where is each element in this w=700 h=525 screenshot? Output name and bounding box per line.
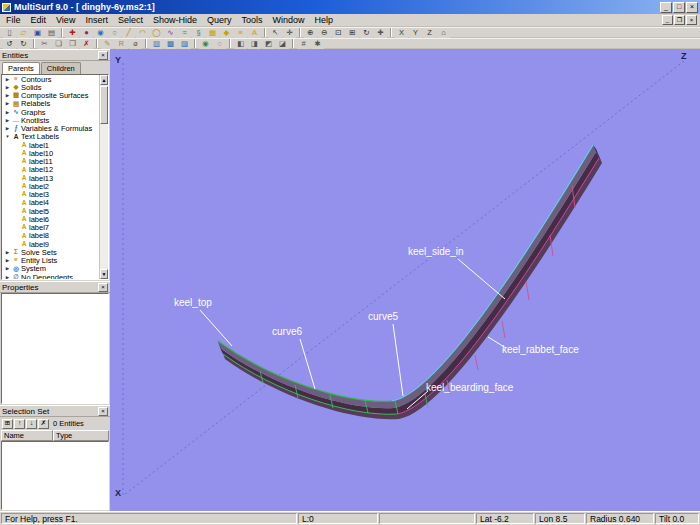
tree-item-label6[interactable]: Alabel6 (2, 215, 99, 223)
move-down-icon[interactable]: ↓ (26, 419, 37, 429)
insert-ring-button[interactable]: ○ (108, 28, 121, 38)
tree-item-label5[interactable]: Alabel5 (2, 207, 99, 215)
tree-item-entity-lists[interactable]: ▶≡Entity Lists (2, 257, 99, 265)
tree-item-label11[interactable]: Alabel11 (2, 158, 99, 166)
tree-item-label8[interactable]: Alabel8 (2, 232, 99, 240)
insert-snake-button[interactable]: § (192, 28, 205, 38)
insert-text-label-button[interactable]: A (248, 28, 261, 38)
mdi-minimize-button[interactable]: _ (662, 15, 673, 25)
expander-icon[interactable]: ▶ (4, 118, 11, 123)
redo-button[interactable]: ↻ (17, 39, 30, 49)
print-button[interactable]: ▤ (45, 28, 58, 38)
tree-item-label13[interactable]: Alabel13 (2, 174, 99, 182)
insert-ccurve-button[interactable]: ≈ (178, 28, 191, 38)
expander-icon[interactable]: ▶ (4, 93, 11, 98)
expander-icon[interactable]: ▶ (4, 77, 11, 82)
view-home-button[interactable]: ⌂ (437, 28, 450, 38)
expander-icon[interactable]: ▶ (4, 110, 11, 115)
tree-item-relabels[interactable]: ▶▤Relabels (2, 100, 99, 108)
tree-item-label4[interactable]: Alabel4 (2, 199, 99, 207)
expander-icon[interactable]: ▶ (4, 126, 11, 131)
column-header-type[interactable]: Type (53, 430, 109, 441)
hidden-line-display-button[interactable]: ▨ (178, 39, 191, 49)
properties-close-icon[interactable]: × (98, 283, 108, 292)
zoom-fit-button[interactable]: ⊞ (346, 28, 359, 38)
mdi-restore-button[interactable]: ❐ (674, 15, 685, 25)
viewport-canvas[interactable] (110, 49, 700, 511)
expander-icon[interactable]: ▶ (4, 258, 11, 263)
menu-window[interactable]: Window (267, 15, 309, 25)
insert-solid-button[interactable]: ◆ (220, 28, 233, 38)
tree-item-label3[interactable]: Alabel3 (2, 191, 99, 199)
clear-selection-icon[interactable]: ✗ (38, 419, 49, 429)
insert-line-button[interactable]: ╱ (122, 28, 135, 38)
scroll-up-icon[interactable]: ▲ (100, 75, 108, 85)
tree-item-system[interactable]: ▶◎System (2, 265, 99, 273)
minimize-button[interactable]: _ (660, 2, 672, 13)
pan-view-button[interactable]: ✚ (374, 28, 387, 38)
view-y-button[interactable]: Y (409, 28, 422, 38)
entities-close-icon[interactable]: × (98, 51, 108, 60)
tree-item-solids[interactable]: ▶◆Solids (2, 83, 99, 91)
properties-panel-header[interactable]: Properties × (0, 281, 110, 293)
title-bar[interactable]: MultiSurf 9.0 - [ dinghy-6y.ms2:1] _ □ × (0, 0, 700, 14)
menu-file[interactable]: File (1, 15, 26, 25)
insert-magnet-button[interactable]: ◉ (94, 28, 107, 38)
select-pointer-button[interactable]: ↖ (269, 28, 282, 38)
zoom-window-button[interactable]: ⊡ (332, 28, 345, 38)
tree-item-label12[interactable]: Alabel12 (2, 166, 99, 174)
settings-button[interactable]: ✱ (311, 39, 324, 49)
expander-icon[interactable]: ▶ (4, 101, 11, 106)
tree-item-label1[interactable]: Alabel1 (2, 141, 99, 149)
tree-item-label10[interactable]: Alabel10 (2, 149, 99, 157)
edit-entity-button[interactable]: ✎ (101, 39, 114, 49)
tree-item-label9[interactable]: Alabel9 (2, 240, 99, 248)
menu-insert[interactable]: Insert (80, 15, 113, 25)
expander-icon[interactable]: ▶ (4, 275, 11, 279)
tree-item-label7[interactable]: Alabel7 (2, 224, 99, 232)
zoom-in-button[interactable]: ⊕ (304, 28, 317, 38)
shaded-display-button[interactable]: ▩ (164, 39, 177, 49)
3d-viewport[interactable]: Y Z X keel_side_inkeel_topcurve6curve5ke… (110, 49, 700, 511)
view-z-button[interactable]: Z (423, 28, 436, 38)
paste-button[interactable]: ❐ (66, 39, 79, 49)
insert-contour-button[interactable]: ≡ (234, 28, 247, 38)
mdi-close-button[interactable]: × (686, 15, 697, 25)
top-view-button[interactable]: ◩ (262, 39, 275, 49)
open-file-button[interactable]: ▱ (17, 28, 30, 38)
expander-icon[interactable]: ▶ (4, 250, 11, 255)
insert-bead-button[interactable]: ● (80, 28, 93, 38)
insert-point-button[interactable]: ✚ (66, 28, 79, 38)
new-file-button[interactable]: ▯ (3, 28, 16, 38)
tree-item-label2[interactable]: Alabel2 (2, 182, 99, 190)
tree-item-graphs[interactable]: ▶∿Graphs (2, 108, 99, 116)
undo-button[interactable]: ↺ (3, 39, 16, 49)
keel-top-surface[interactable] (218, 145, 596, 408)
maximize-button[interactable]: □ (673, 2, 685, 13)
tree-item-text-labels[interactable]: ▼AText Labels (2, 133, 99, 141)
close-button[interactable]: × (686, 2, 698, 13)
measure-button[interactable]: ⌀ (129, 39, 142, 49)
insert-bcurve-button[interactable]: ∿ (164, 28, 177, 38)
tree-item-composite-surfaces[interactable]: ▶▦Composite Surfaces (2, 92, 99, 100)
selection-set-panel-header[interactable]: Selection Set × (0, 405, 110, 417)
tab-children[interactable]: Children (41, 62, 81, 74)
selection-set-close-icon[interactable]: × (98, 407, 108, 416)
tree-item-variables-formulas[interactable]: ▶ƒVariables & Formulas (2, 125, 99, 133)
save-file-button[interactable]: ▣ (31, 28, 44, 38)
drag-mode-button[interactable]: ✛ (283, 28, 296, 38)
view-x-button[interactable]: X (395, 28, 408, 38)
expander-icon[interactable]: ▶ (4, 266, 11, 271)
scroll-down-icon[interactable]: ▼ (100, 269, 108, 279)
front-view-button[interactable]: ◧ (234, 39, 247, 49)
relabel-entity-button[interactable]: R (115, 39, 128, 49)
insert-surface-button[interactable]: ▦ (206, 28, 219, 38)
hide-entities-button[interactable]: ○ (213, 39, 226, 49)
perspective-view-button[interactable]: ◪ (276, 39, 289, 49)
insert-circle-button[interactable]: ◯ (150, 28, 163, 38)
column-header-name[interactable]: Name (1, 430, 53, 441)
tree-item-no-dependents[interactable]: ▶∅No Dependents (2, 273, 99, 279)
insert-arc-button[interactable]: ◠ (136, 28, 149, 38)
entities-panel-header[interactable]: Entities × (0, 49, 110, 61)
menu-tools[interactable]: Tools (236, 15, 267, 25)
